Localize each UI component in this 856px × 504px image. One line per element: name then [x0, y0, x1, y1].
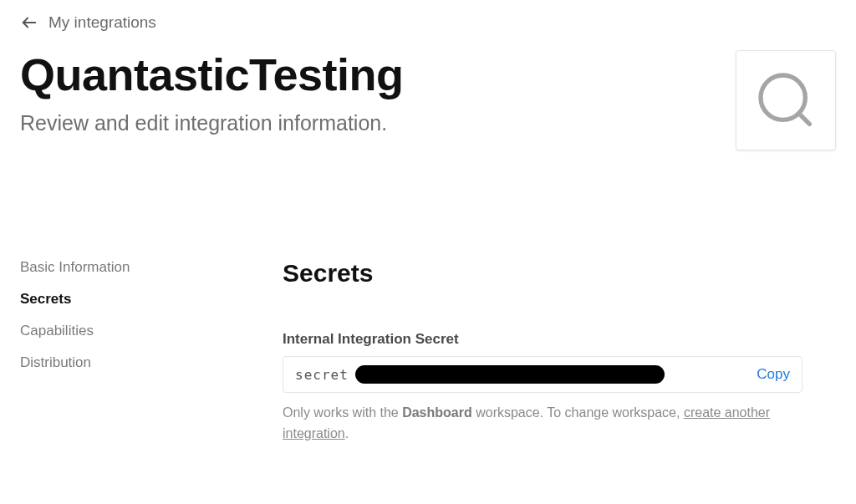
- integration-avatar[interactable]: [736, 50, 836, 150]
- page-subtitle: Review and edit integration information.: [20, 111, 716, 135]
- copy-secret-button[interactable]: Copy: [757, 366, 790, 383]
- breadcrumb[interactable]: My integrations: [20, 13, 836, 32]
- help-workspace-name: Dashboard: [402, 405, 472, 420]
- breadcrumb-parent[interactable]: My integrations: [48, 13, 156, 32]
- sidenav-item-capabilities[interactable]: Capabilities: [20, 323, 262, 339]
- secret-help-text: Only works with the Dashboard workspace.…: [283, 403, 802, 445]
- sidenav-item-distribution[interactable]: Distribution: [20, 354, 262, 371]
- secret-prefix: secret: [295, 367, 349, 383]
- magnifier-icon: [752, 67, 819, 134]
- sidenav-item-basic-information[interactable]: Basic Information: [20, 259, 262, 276]
- settings-sidenav: Basic Information Secrets Capabilities D…: [20, 259, 262, 445]
- page-title: QuantasticTesting: [20, 50, 716, 99]
- secret-field-label: Internal Integration Secret: [283, 331, 802, 348]
- secret-value-row: secret Copy: [283, 356, 802, 393]
- help-text-mid: workspace. To change workspace,: [472, 405, 684, 420]
- svg-line-2: [799, 114, 810, 125]
- back-arrow-icon[interactable]: [20, 13, 38, 32]
- help-text-prefix: Only works with the: [283, 405, 402, 420]
- secret-redacted: [355, 365, 665, 384]
- help-text-suffix: .: [345, 426, 349, 440]
- sidenav-item-secrets[interactable]: Secrets: [20, 291, 262, 308]
- section-heading-secrets: Secrets: [283, 259, 802, 288]
